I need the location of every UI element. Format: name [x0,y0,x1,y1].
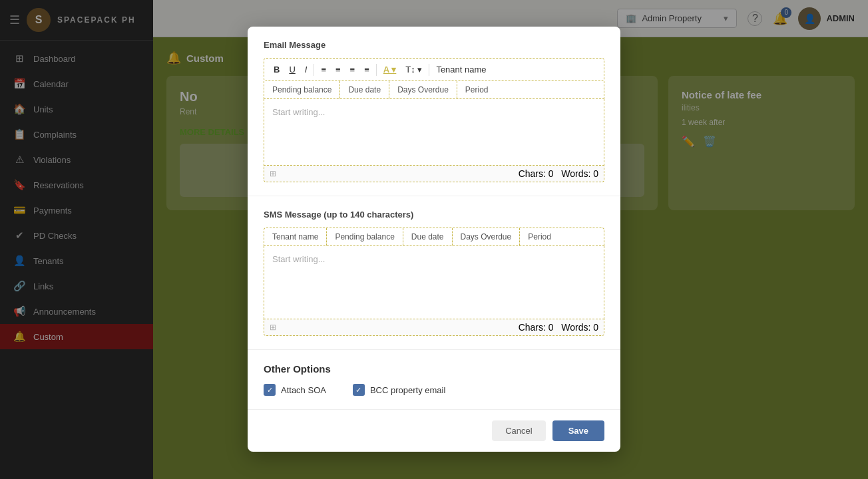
email-section: Email Message B U I ≡ ≡ ≡ ≡ A ▾ T↕ ▾ Ten… [248,27,620,196]
sms-placeholder: Start writing... [272,254,325,264]
sms-editor-body[interactable]: Start writing... [264,246,604,319]
italic-button[interactable]: I [301,63,312,77]
toolbar-divider [314,64,314,76]
pending-balance-tag-sms[interactable]: Pending balance [327,228,403,245]
bold-button[interactable]: B [270,63,284,77]
period-tag-sms[interactable]: Period [520,228,559,245]
attach-soa-checkbox[interactable]: ✓ [264,384,276,396]
tenant-name-tag-sms[interactable]: Tenant name [264,228,327,245]
period-tag-email[interactable]: Period [457,81,497,98]
email-words: Words: 0 [561,168,598,179]
email-sms-modal: Email Message B U I ≡ ≡ ≡ ≡ A ▾ T↕ ▾ Ten… [248,27,620,452]
email-editor-body[interactable]: Start writing... [264,99,604,166]
bcc-email-checkbox[interactable]: ✓ [353,384,365,396]
bcc-email-label: BCC property email [370,385,445,395]
align-right-button[interactable]: ≡ [346,63,359,77]
sms-resize-icon: ⊞ [270,323,276,332]
attach-soa-option: ✓ Attach SOA [264,384,326,396]
email-chars: Chars: 0 [519,168,554,179]
sms-tags-row: Tenant name Pending balance Due date Day… [264,228,604,246]
sms-editor-footer: ⊞ Chars: 0 Words: 0 [264,319,604,336]
sms-section: SMS Message (up to 140 characters) Tenan… [248,196,620,349]
email-section-label: Email Message [264,40,604,50]
days-overdue-tag-email[interactable]: Days Overdue [389,81,457,98]
other-options-title: Other Options [264,363,604,375]
email-editor-footer: ⊞ Chars: 0 Words: 0 [264,166,604,182]
email-tags-row: Pending balance Due date Days Overdue Pe… [264,81,604,99]
cancel-button[interactable]: Cancel [492,420,545,441]
sms-section-label: SMS Message (up to 140 characters) [264,210,604,220]
resize-icon: ⊞ [270,169,276,178]
align-left-button[interactable]: ≡ [317,63,330,77]
email-placeholder: Start writing... [272,107,325,117]
toolbar-divider-2 [376,64,377,76]
tenant-name-tag-email[interactable]: Tenant name [432,63,490,77]
sms-char-word-count: Chars: 0 Words: 0 [519,322,598,333]
modal-footer: Cancel Save [248,409,620,452]
save-button[interactable]: Save [552,420,604,441]
font-color-button[interactable]: A ▾ [379,63,401,77]
sms-chars: Chars: 0 [519,322,554,333]
other-options-section: Other Options ✓ Attach SOA ✓ BCC propert… [248,349,620,409]
attach-soa-label: Attach SOA [281,385,326,395]
options-row: ✓ Attach SOA ✓ BCC property email [264,384,604,396]
bcc-email-option: ✓ BCC property email [353,384,445,396]
email-toolbar: B U I ≡ ≡ ≡ ≡ A ▾ T↕ ▾ Tenant name [264,58,604,81]
toolbar-divider-3 [429,64,429,76]
modal-overlay: Email Message B U I ≡ ≡ ≡ ≡ A ▾ T↕ ▾ Ten… [0,0,868,479]
due-date-tag-email[interactable]: Due date [340,81,389,98]
pending-balance-tag-email[interactable]: Pending balance [264,81,340,98]
email-char-word-count: Chars: 0 Words: 0 [519,168,598,179]
underline-button[interactable]: U [285,63,299,77]
days-overdue-tag-sms[interactable]: Days Overdue [453,228,521,245]
font-size-button[interactable]: T↕ ▾ [401,63,426,77]
align-center-button[interactable]: ≡ [331,63,345,77]
due-date-tag-sms[interactable]: Due date [403,228,453,245]
align-justify-button[interactable]: ≡ [360,63,373,77]
sms-words: Words: 0 [561,322,598,333]
